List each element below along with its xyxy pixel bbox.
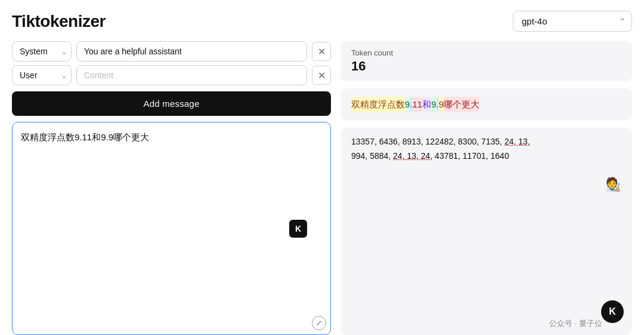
token-ids-box: 13357, 6436, 8913, 122482, 8300, 7135, 2… (340, 128, 632, 335)
token-visualization-box: 双精度浮点数9.11和9.9哪个更大 🧑‍🎨 (340, 88, 632, 121)
system-role-select[interactable]: System User Assistant (12, 41, 72, 62)
system-message-row: System User Assistant ⌄ ✕ (12, 41, 331, 62)
watermark-text: 公众号 · 量子位 (549, 318, 602, 329)
k-letter-icon: K (295, 224, 301, 233)
add-message-button[interactable]: Add message (12, 91, 331, 116)
k-icon-large: K (601, 300, 624, 323)
resize-icon: ⤢ (316, 319, 322, 327)
system-message-input[interactable] (76, 41, 307, 62)
watermark: 公众号 · 量子位 (549, 318, 602, 329)
token-span-3: . (410, 97, 412, 112)
text-area-wrapper: 双精度浮点数9.11和9.9哪个更大 K ⤢ (12, 122, 331, 335)
user-close-icon: ✕ (318, 70, 326, 81)
avatar: 🧑‍🎨 (601, 173, 624, 196)
user-role-wrapper: User System Assistant ⌄ (12, 65, 72, 85)
main-content: System User Assistant ⌄ ✕ User System (12, 41, 632, 335)
k-icon-small: K (289, 220, 307, 238)
token-span-9: 哪个更大 (444, 97, 479, 112)
user-close-button[interactable]: ✕ (312, 66, 331, 85)
token-text-row: 双精度浮点数9.11和9.9哪个更大 (351, 97, 621, 112)
token-id-underline-2: 24, 13, 24, (393, 151, 432, 161)
token-span-2: 9 (405, 97, 410, 112)
token-count-value: 16 (351, 59, 621, 74)
token-span-4: 11 (413, 97, 423, 112)
right-panel: Token count 16 双精度浮点数9.11和9.9哪个更大 🧑‍🎨 13… (340, 41, 632, 335)
app-title: Tiktokenizer (12, 12, 106, 31)
model-select[interactable]: gpt-4o gpt-4 gpt-3.5-turbo text-davinci-… (513, 11, 632, 32)
model-select-wrapper: gpt-4o gpt-4 gpt-3.5-turbo text-davinci-… (513, 11, 632, 32)
system-close-icon: ✕ (318, 46, 326, 57)
k-large-letter-icon: K (609, 306, 616, 317)
system-role-wrapper: System User Assistant ⌄ (12, 41, 72, 62)
token-span-1: 双精度浮点数 (351, 97, 405, 112)
resize-handle[interactable]: ⤢ (312, 316, 326, 330)
top-bar: Tiktokenizer gpt-4o gpt-4 gpt-3.5-turbo … (12, 11, 632, 32)
system-close-button[interactable]: ✕ (312, 42, 331, 61)
token-ids-text: 13357, 6436, 8913, 122482, 8300, 7135, 2… (351, 135, 621, 164)
user-role-select[interactable]: User System Assistant (12, 65, 72, 85)
token-span-5: 和 (422, 97, 431, 112)
token-span-6: 9 (431, 97, 436, 112)
token-span-8: 9 (439, 97, 444, 112)
left-panel: System User Assistant ⌄ ✕ User System (12, 41, 331, 335)
token-id-underline-1: 24, 13, (504, 137, 530, 146)
token-count-label: Token count (351, 48, 621, 57)
user-message-input[interactable] (76, 65, 307, 85)
content-textarea[interactable]: 双精度浮点数9.11和9.9哪个更大 (12, 122, 331, 335)
token-count-box: Token count 16 (340, 41, 632, 81)
user-message-row: User System Assistant ⌄ ✕ (12, 65, 331, 85)
